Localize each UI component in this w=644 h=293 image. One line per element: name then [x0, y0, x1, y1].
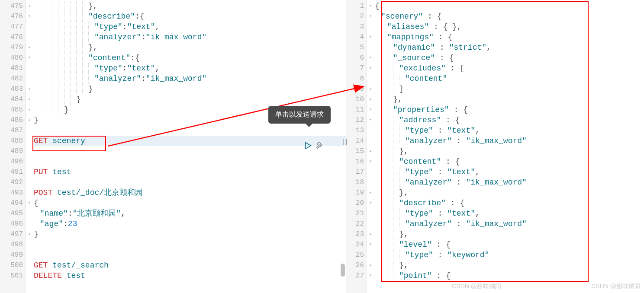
code-line[interactable]: "point" : {: [375, 271, 644, 281]
code-line[interactable]: "analyzer" : "ik_max_word": [375, 219, 644, 229]
code-line[interactable]: [34, 239, 346, 250]
code-line[interactable]: DELETE test: [34, 271, 346, 281]
code-line[interactable]: "_source" : {: [375, 53, 644, 63]
code-line[interactable]: }: [34, 84, 346, 94]
line-number: 496: [0, 219, 26, 229]
code-line[interactable]: "level" : {: [375, 239, 644, 250]
line-number: 477: [0, 22, 26, 32]
line-number: 10: [346, 94, 367, 105]
line-number: 14: [346, 136, 367, 146]
line-number: 18: [346, 177, 367, 188]
line-number: 492: [0, 177, 26, 188]
line-number: 11: [346, 105, 367, 115]
line-number: 1: [346, 1, 367, 11]
line-number: 495: [0, 208, 26, 219]
code-line[interactable]: "content" : {: [375, 156, 644, 167]
line-number: 491: [0, 167, 26, 177]
line-number: 487: [0, 125, 26, 136]
code-line[interactable]: },: [34, 42, 346, 53]
line-number: 20: [346, 198, 367, 208]
line-number: 5: [346, 42, 367, 53]
code-line[interactable]: "dynamic" : "strict",: [375, 42, 644, 53]
line-number: 486: [0, 115, 26, 125]
line-number: 19: [346, 188, 367, 198]
line-number: 501: [0, 271, 26, 281]
line-number: 7: [346, 63, 367, 73]
code-line[interactable]: "describe":{: [34, 11, 346, 22]
wrench-icon[interactable]: [315, 141, 325, 150]
code-line[interactable]: "name":"北京颐和园",: [34, 208, 346, 219]
line-number: 499: [0, 250, 26, 260]
code-line[interactable]: "type" : "text",: [375, 167, 644, 177]
split-divider-handle[interactable]: ||: [342, 138, 348, 145]
code-line[interactable]: [34, 125, 346, 136]
line-number: 481: [0, 63, 26, 73]
code-line[interactable]: },: [375, 146, 644, 156]
code-line[interactable]: "type" : "text",: [375, 208, 644, 219]
code-line[interactable]: {: [375, 1, 644, 11]
code-line[interactable]: [34, 146, 346, 156]
code-line[interactable]: "address" : {: [375, 115, 644, 125]
code-line[interactable]: "scenery" : {: [375, 11, 644, 22]
code-line[interactable]: },: [375, 229, 644, 239]
scrollbar-left[interactable]: [341, 264, 345, 277]
code-line[interactable]: "analyzer":"ik_max_word": [34, 32, 346, 42]
line-number: 22: [346, 219, 367, 229]
line-number: 25: [346, 250, 367, 260]
code-line[interactable]: "content": [375, 73, 644, 84]
line-number: 12: [346, 115, 367, 125]
code-line[interactable]: },: [375, 260, 644, 271]
code-line[interactable]: [34, 250, 346, 260]
line-number: 24: [346, 239, 367, 250]
line-number: 476: [0, 11, 26, 22]
response-viewer-panel: 1234567891011121314151617181920212223242…: [346, 0, 644, 293]
code-lines-left[interactable]: },"describe":{"type":"text","analyzer":"…: [26, 0, 346, 293]
code-line[interactable]: GET test/_search: [34, 260, 346, 271]
code-line[interactable]: [34, 177, 346, 188]
code-line[interactable]: "mappings" : {: [375, 32, 644, 42]
svg-marker-0: [306, 143, 311, 149]
code-line[interactable]: "analyzer":"ik_max_word": [34, 73, 346, 84]
line-number: 4: [346, 32, 367, 42]
line-number: 6: [346, 53, 367, 63]
send-request-tooltip: 单击以发送请求: [268, 106, 331, 124]
code-line[interactable]: "analyzer" : "ik_max_word": [375, 177, 644, 188]
line-number: 26: [346, 260, 367, 271]
line-number: 488: [0, 136, 26, 146]
line-action-icons: [303, 141, 325, 150]
watermark-left: CSDN @甜味橘阳: [452, 283, 501, 290]
code-line[interactable]: "content":{: [34, 53, 346, 63]
code-line[interactable]: }: [34, 229, 346, 239]
code-line[interactable]: "aliases" : { },: [375, 22, 644, 32]
code-line[interactable]: "age":23: [34, 219, 346, 229]
code-line[interactable]: PUT test: [34, 167, 346, 177]
line-number: 479: [0, 42, 26, 53]
code-line[interactable]: }: [34, 94, 346, 105]
code-line[interactable]: "type":"text",: [34, 63, 346, 73]
code-line[interactable]: [34, 156, 346, 167]
code-line[interactable]: "type" : "keyword": [375, 250, 644, 260]
line-number: 13: [346, 125, 367, 136]
code-line[interactable]: "analyzer" : "ik_max_word": [375, 136, 644, 146]
request-editor-panel: 4754764774784794804814824834844854864874…: [0, 0, 346, 293]
line-number: 498: [0, 239, 26, 250]
code-line[interactable]: "excludes" : [: [375, 63, 644, 73]
code-line[interactable]: },: [34, 1, 346, 11]
code-line[interactable]: POST test/_doc/北京颐和园: [34, 188, 346, 198]
code-line[interactable]: },: [375, 94, 644, 105]
code-line[interactable]: "describe" : {: [375, 198, 644, 208]
code-line[interactable]: ]: [375, 84, 644, 94]
code-line[interactable]: "type":"text",: [34, 22, 346, 32]
line-number: 484: [0, 94, 26, 105]
code-lines-right[interactable]: {"scenery" : {"aliases" : { },"mappings"…: [367, 0, 644, 293]
code-line[interactable]: {: [34, 198, 346, 208]
play-icon[interactable]: [303, 141, 312, 150]
code-line[interactable]: GET scenery: [34, 136, 346, 146]
code-line[interactable]: "type" : "text",: [375, 125, 644, 136]
line-number: 23: [346, 229, 367, 239]
line-number: 478: [0, 32, 26, 42]
line-number: 490: [0, 156, 26, 167]
line-number: 494: [0, 198, 26, 208]
code-line[interactable]: },: [375, 188, 644, 198]
code-line[interactable]: "properties" : {: [375, 105, 644, 115]
